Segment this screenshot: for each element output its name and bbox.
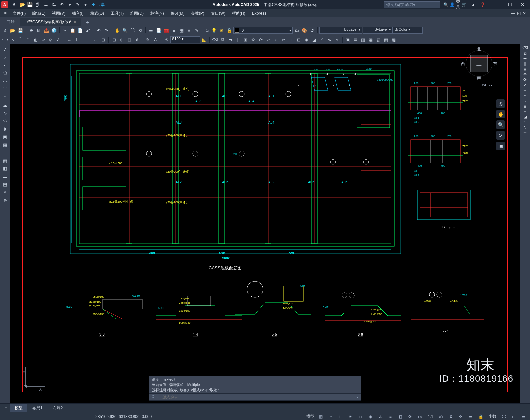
tb-pan-icon[interactable]: ✋ (114, 27, 121, 34)
dim-ord-icon[interactable]: ⟟ (24, 36, 31, 43)
block-make-icon[interactable]: ▣ (344, 36, 351, 43)
mod-trim-icon[interactable]: ✂ (280, 36, 287, 43)
nav-orbit-icon[interactable]: ⟳ (496, 131, 505, 140)
r-erase-icon[interactable]: ⌫ (522, 46, 528, 50)
layer-dropdown[interactable]: 0▾ (233, 27, 293, 34)
r-fillet-icon[interactable]: ◜ (524, 120, 526, 124)
draw-region-icon[interactable]: ▬ (1, 173, 9, 180)
tb-markup-icon[interactable]: ✎ (193, 27, 200, 34)
tb-count-icon[interactable]: # (186, 27, 193, 34)
menu-parametric[interactable]: 参数(P) (188, 9, 208, 17)
tb-layerprev-icon[interactable]: ↺ (308, 27, 316, 34)
draw-ellipse-icon[interactable]: ⬭ (1, 117, 9, 124)
qat-web-icon[interactable]: ☁ (42, 1, 50, 9)
r-copy-icon[interactable]: ⧉ (524, 51, 527, 56)
draw-make-icon[interactable]: ▦ (1, 141, 9, 148)
tb-tool-icon[interactable]: 🧰 (163, 27, 170, 34)
mod-break-icon[interactable]: ⊟ (295, 36, 302, 43)
dim-linear-icon[interactable]: ⟷ (1, 36, 9, 43)
dim-radius-icon[interactable]: ◐ (32, 36, 39, 43)
tb-new-icon[interactable]: 🗎 (1, 27, 9, 34)
status-customize-icon[interactable]: ☰ (520, 413, 527, 420)
mod-offset-icon[interactable]: ∥ (234, 36, 241, 43)
status-lwt-icon[interactable]: ≡ (387, 413, 394, 420)
doc-close-icon[interactable]: ✕ (523, 11, 526, 16)
tb-copy-icon[interactable]: 📋 (69, 27, 76, 34)
share-button[interactable]: ✈共享 (92, 2, 105, 8)
help-icon[interactable]: ❓ (479, 1, 486, 8)
status-ortho-icon[interactable]: ∟ (337, 413, 344, 420)
mod-stretch-icon[interactable]: ↔ (272, 36, 280, 43)
viewcube-east[interactable]: 东 (493, 61, 497, 67)
r-scale-icon[interactable]: ⤢ (523, 83, 527, 87)
draw-gradient-icon[interactable]: ◧ (1, 165, 9, 172)
menu-file[interactable]: 文件(F) (9, 9, 29, 17)
dim-arc-icon[interactable]: ⌒ (17, 36, 24, 43)
commandline-handle-icon[interactable]: ⠿ (151, 395, 154, 399)
status-lock-icon[interactable]: 🔒 (477, 413, 484, 420)
new-tab-button[interactable]: ＋ (81, 19, 93, 26)
status-otrack-icon[interactable]: ∠ (377, 413, 384, 420)
dim-ang-icon[interactable]: ∠ (55, 36, 62, 43)
status-paper-toggle[interactable]: 模型 (306, 414, 314, 419)
dim-jog-icon[interactable]: ⤻ (39, 36, 47, 43)
status-transparency-icon[interactable]: ◧ (397, 413, 404, 420)
mod-erase-icon[interactable]: ⌫ (211, 36, 219, 43)
r-mirror-icon[interactable]: ⇋ (523, 56, 527, 61)
mod-rotate-icon[interactable]: ⟳ (257, 36, 264, 43)
status-annomon-icon[interactable]: 🗛 (416, 413, 424, 420)
draw-polygon-icon[interactable]: ⬠ (1, 70, 9, 77)
block-sync-icon[interactable]: ▩ (390, 36, 397, 43)
draw-table-icon[interactable]: ▤ (1, 181, 9, 188)
r-trim-icon[interactable]: ✂ (523, 93, 527, 98)
status-scale[interactable]: 1:1 (426, 414, 435, 419)
viewcube-south[interactable]: 南 (477, 75, 481, 81)
r-offset-icon[interactable]: ∥ (524, 62, 526, 66)
qat-saveas-icon[interactable]: 🗐 (34, 1, 42, 9)
dim-break-icon[interactable]: ⊟ (99, 36, 107, 43)
r-explode-icon[interactable]: ✧ (523, 130, 527, 135)
mod-join-icon[interactable]: ⊕ (303, 36, 310, 43)
tb-open-icon[interactable]: 📂 (9, 27, 16, 34)
menu-view[interactable]: 视图(V) (49, 9, 69, 17)
status-workspace-icon[interactable]: ⛶ (500, 413, 507, 420)
dim-style-icon[interactable]: 📐 (200, 36, 208, 43)
status-polar-icon[interactable]: ✴ (347, 413, 354, 420)
lineweight-dropdown[interactable]: ByLayer ▾ (363, 27, 393, 34)
commandline-input[interactable] (162, 395, 355, 399)
draw-revcloud-icon[interactable]: ☁ (1, 101, 9, 109)
draw-insert-icon[interactable]: ▣ (1, 133, 9, 140)
tb-zoomprev-icon[interactable]: ⟲ (136, 27, 144, 34)
r-extend-icon[interactable]: → (523, 99, 527, 103)
draw-line-icon[interactable]: ╱ (1, 46, 9, 53)
block-define-icon[interactable]: ▧ (375, 36, 382, 43)
status-quickprop-icon[interactable]: ☰ (467, 413, 474, 420)
commandline-input-row[interactable]: ⠿ ›_ ▴ (149, 394, 361, 401)
tb-calc-icon[interactable]: 🖩 (170, 27, 178, 34)
menu-window[interactable]: 窗口(W) (208, 9, 229, 17)
mod-extend-icon[interactable]: → (288, 36, 295, 43)
menu-edit[interactable]: 编辑(E) (29, 9, 49, 17)
tb-3dprint-icon[interactable]: 🧊 (50, 27, 58, 34)
qat-redo-drop-icon[interactable]: ▾ (81, 1, 89, 9)
mod-chamfer-icon[interactable]: ◢ (310, 36, 318, 43)
viewcube-north[interactable]: 北 (477, 46, 481, 52)
status-cursor-icon[interactable]: ✛ (457, 413, 464, 420)
color-dropdown[interactable]: ByColor ▾ (393, 27, 423, 34)
status-cycling-icon[interactable]: ⟳ (406, 413, 414, 420)
tb-props-icon[interactable]: ☰ (147, 27, 155, 34)
menu-express[interactable]: Express (249, 9, 270, 17)
dim-base-icon[interactable]: ⊩ (73, 36, 80, 43)
nav-pan-icon[interactable]: ✋ (496, 110, 505, 118)
block-edit-icon[interactable]: ▥ (359, 36, 367, 43)
status-units[interactable]: 小数 (487, 414, 498, 419)
qat-plot-icon[interactable]: 🖶 (50, 1, 58, 9)
status-snap-icon[interactable]: ⌖ (327, 413, 334, 420)
tb-undo-icon[interactable]: ↶ (95, 27, 102, 34)
doc-restore-icon[interactable]: ◱ (517, 11, 521, 16)
qat-redo-icon[interactable]: ↷ (74, 1, 81, 9)
tb-zoom-icon[interactable]: 🔍 (121, 27, 129, 34)
layout-add-button[interactable]: ＋ (68, 405, 80, 411)
search-icon[interactable]: 🔍 (442, 1, 449, 8)
draw-ellipsearc-icon[interactable]: ◗ (1, 125, 9, 132)
